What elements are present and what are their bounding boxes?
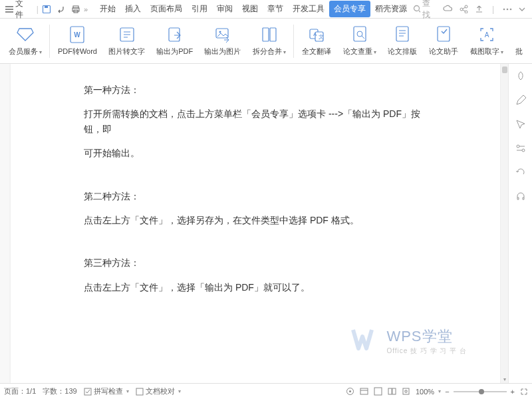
- svg-point-17: [219, 31, 221, 33]
- svg-text:W: W: [74, 31, 81, 39]
- svg-rect-18: [263, 28, 269, 41]
- divider: [293, 25, 294, 58]
- vertical-scrollbar[interactable]: ▾: [500, 64, 508, 383]
- doc-proof-toggle[interactable]: 文档校对▾: [136, 386, 181, 396]
- svg-rect-19: [270, 28, 276, 41]
- pen-icon[interactable]: [515, 94, 527, 106]
- chevron-down-icon[interactable]: [519, 7, 525, 11]
- print-icon[interactable]: [71, 5, 80, 14]
- tab-review[interactable]: 审阅: [212, 1, 237, 17]
- image-export-icon: [213, 25, 232, 44]
- svg-point-5: [414, 6, 420, 11]
- spell-check-toggle[interactable]: 拼写检查▾: [84, 386, 129, 396]
- plagiarism-button[interactable]: 论文查重▾: [337, 21, 382, 62]
- doc-heading: 第二种方法：: [84, 189, 427, 203]
- tab-member[interactable]: 会员专享: [329, 1, 370, 17]
- check-icon: [84, 388, 92, 396]
- translate-icon: A文: [307, 25, 326, 44]
- paper-format-button[interactable]: 论文排版: [382, 21, 424, 62]
- zoom-thumb[interactable]: [479, 389, 484, 394]
- svg-text:A: A: [484, 31, 489, 39]
- menu-button[interactable]: 文件: [3, 0, 33, 22]
- member-service-button[interactable]: 会员服务▾: [3, 21, 47, 62]
- search-icon: [413, 5, 420, 13]
- search-box[interactable]: 查找: [413, 0, 436, 21]
- screenshot-icon: A: [477, 25, 496, 44]
- zoom-in-button[interactable]: +: [511, 388, 515, 396]
- view-mode-4-icon[interactable]: [402, 387, 410, 396]
- word-doc-icon: W: [68, 25, 86, 44]
- svg-point-25: [357, 31, 362, 37]
- undo-icon[interactable]: [57, 5, 66, 14]
- svg-rect-35: [360, 388, 368, 394]
- cursor-icon[interactable]: [515, 118, 527, 130]
- export-icon[interactable]: [475, 5, 483, 13]
- chevron-more[interactable]: »: [84, 5, 88, 13]
- rocket-icon[interactable]: [515, 70, 527, 82]
- page-indicator[interactable]: 页面：1/1: [4, 386, 36, 396]
- watermark-subtitle: Office 技 巧 学 习 平 台: [386, 346, 467, 356]
- divider: [49, 25, 50, 58]
- settings-icon[interactable]: [515, 142, 527, 154]
- cloud-icon[interactable]: [443, 5, 453, 13]
- nav-icon[interactable]: [346, 387, 354, 396]
- paper-assistant-button[interactable]: 论文助手: [423, 21, 464, 62]
- scroll-down-icon[interactable]: ▾: [502, 376, 507, 382]
- translate-button[interactable]: A文 全文翻译: [296, 21, 337, 62]
- split-merge-icon: [260, 25, 279, 44]
- document-canvas: 第一种方法： 打开所需转换的文档，点击上方菜单栏「会员专享」选项卡 --->「输…: [0, 64, 508, 383]
- separator: |: [37, 5, 39, 14]
- view-mode-2-icon[interactable]: [374, 387, 382, 396]
- svg-rect-39: [403, 388, 409, 394]
- view-mode-1-icon[interactable]: [360, 387, 368, 396]
- share-icon[interactable]: [460, 5, 468, 13]
- image-to-text-button[interactable]: 图片转文字: [102, 21, 150, 62]
- pdf-to-word-button[interactable]: W PDF转Word: [52, 21, 102, 62]
- wps-logo-icon: [350, 326, 381, 356]
- svg-point-11: [510, 8, 512, 10]
- doc-paragraph: 点击左上方「文件」，选择另存为，在文件类型中选择 PDF 格式。: [84, 213, 427, 227]
- format-icon: [393, 25, 412, 44]
- zoom-out-button[interactable]: −: [445, 388, 449, 396]
- svg-rect-37: [388, 388, 392, 394]
- split-merge-button[interactable]: 拆分合并▾: [247, 21, 291, 62]
- document-page[interactable]: 第一种方法： 打开所需转换的文档，点击上方菜单栏「会员专享」选项卡 --->「输…: [11, 64, 500, 383]
- separator: |: [492, 5, 494, 14]
- more-icon[interactable]: [503, 8, 512, 11]
- svg-rect-36: [374, 388, 382, 395]
- doc-paragraph: 打开所需转换的文档，点击上方菜单栏「会员专享」选项卡 --->「输出为 PDF」…: [84, 106, 427, 136]
- tab-section[interactable]: 章节: [263, 1, 288, 17]
- export-image-button[interactable]: 输出为图片: [199, 21, 247, 62]
- export-pdf-button[interactable]: 输出为PDF: [151, 21, 199, 62]
- tab-view[interactable]: 视图: [237, 1, 263, 17]
- tab-start[interactable]: 开始: [95, 1, 120, 17]
- tab-layout[interactable]: 页面布局: [146, 1, 187, 17]
- assistant-icon: [434, 25, 453, 44]
- tab-resource[interactable]: 稻壳资源: [370, 1, 412, 17]
- tab-bar: 开始 插入 页面布局 引用 审阅 视图 章节 开发工具 会员专享 稻壳资源: [95, 0, 412, 19]
- tab-insert[interactable]: 插入: [120, 1, 146, 17]
- svg-rect-32: [136, 388, 143, 395]
- expand-icon[interactable]: [520, 388, 528, 396]
- doc-heading: 第三种方法：: [84, 255, 427, 270]
- word-count[interactable]: 字数：139: [43, 386, 76, 396]
- more-button-truncated[interactable]: 批: [509, 21, 529, 62]
- screenshot-ocr-button[interactable]: A 截图取字▾: [464, 21, 509, 62]
- top-bar: 文件 | » 开始 插入 页面布局 引用 审阅 视图 章节 开发工具 会员专享 …: [0, 0, 532, 19]
- save-icon[interactable]: [42, 5, 51, 14]
- zoom-slider[interactable]: [454, 391, 507, 392]
- zoom-label[interactable]: 100%: [416, 388, 434, 396]
- scroll-thumb[interactable]: [502, 66, 507, 73]
- svg-text:文: 文: [319, 34, 324, 40]
- refresh-icon[interactable]: [515, 166, 527, 178]
- headset-icon[interactable]: [515, 190, 527, 202]
- chevron-down-icon: ▾: [39, 49, 42, 55]
- svg-rect-38: [392, 388, 396, 394]
- svg-text:A: A: [313, 31, 317, 37]
- view-mode-3-icon[interactable]: [388, 387, 396, 396]
- chevron-down-icon: ▾: [501, 49, 503, 55]
- tab-dev[interactable]: 开发工具: [288, 1, 329, 17]
- check-icon: [136, 388, 144, 396]
- svg-rect-26: [396, 27, 408, 41]
- tab-ref[interactable]: 引用: [187, 1, 212, 17]
